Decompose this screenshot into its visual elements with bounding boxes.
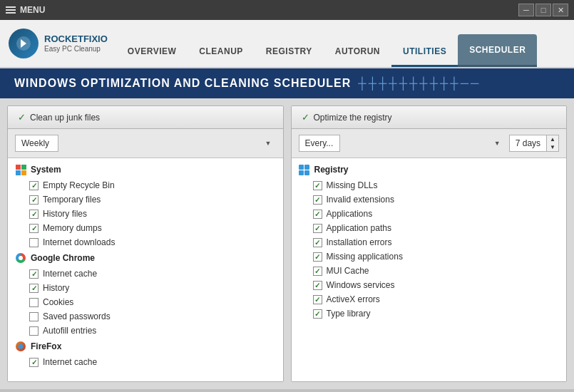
- list-item: Internet cache: [8, 267, 283, 281]
- checkbox-type-library[interactable]: [313, 309, 322, 319]
- category-system-label: System: [31, 165, 61, 175]
- list-item: Invalid extensions: [292, 192, 567, 207]
- checkbox-windows-services[interactable]: [313, 281, 322, 290]
- nav-bar: ROCKETFIXIO Easy PC Cleanup OVERVIEW CLE…: [0, 20, 574, 68]
- close-button[interactable]: ✕: [553, 4, 568, 16]
- checkbox-chrome-passwords[interactable]: [29, 312, 39, 321]
- list-item: Autofill entries: [8, 324, 283, 338]
- logo-area: ROCKETFIXIO Easy PC Cleanup: [0, 29, 116, 58]
- logo-main: ROCKETFIXIO: [44, 33, 108, 45]
- checkbox-chrome-cookies[interactable]: [29, 298, 39, 307]
- item-empty-recycle: Empty Recycle Bin: [43, 180, 115, 190]
- item-windows-services: Windows services: [327, 280, 395, 290]
- left-panel: ✓ Clean up junk files Daily Weekly Month…: [7, 105, 284, 382]
- item-missing-dlls: Missing DLLs: [327, 180, 378, 190]
- right-tab-label: Optimize the registry: [314, 113, 392, 123]
- checkbox-temp-files[interactable]: [29, 195, 39, 205]
- right-panel-tab[interactable]: ✓ Optimize the registry: [292, 106, 567, 129]
- checkbox-memory-dumps[interactable]: [29, 224, 39, 233]
- nav-cleanup[interactable]: CLEANUP: [188, 37, 255, 67]
- category-firefox-label: FireFox: [31, 341, 61, 351]
- minimize-button[interactable]: ─: [518, 4, 534, 16]
- item-installation-errors: Installation errors: [327, 237, 392, 247]
- checkbox-chrome-cache[interactable]: [29, 269, 39, 279]
- item-mui-cache: MUI Cache: [327, 266, 369, 276]
- windows-icon: [15, 164, 26, 175]
- left-tab-label: Clean up junk files: [30, 113, 100, 123]
- right-panel: ✓ Optimize the registry Every... Daily W…: [291, 105, 568, 382]
- menu-label[interactable]: MENU: [20, 5, 45, 15]
- checkbox-mui-cache[interactable]: [313, 267, 322, 276]
- item-application-paths: Application paths: [327, 223, 391, 233]
- list-item: Saved passwords: [8, 309, 283, 324]
- list-item: Applications: [292, 207, 567, 221]
- title-bar-left: MENU: [6, 5, 45, 15]
- checkbox-missing-apps[interactable]: [313, 252, 322, 262]
- list-item: Cookies: [8, 295, 283, 309]
- item-type-library: Type library: [327, 309, 371, 319]
- list-item: History: [8, 281, 283, 295]
- item-invalid-extensions: Invalid extensions: [327, 195, 394, 205]
- days-arrows: ▲ ▼: [546, 135, 558, 151]
- days-up-button[interactable]: ▲: [547, 135, 558, 143]
- checkbox-chrome-history[interactable]: [29, 284, 39, 293]
- checkbox-applications[interactable]: [313, 210, 322, 219]
- list-item: Missing DLLs: [292, 178, 567, 192]
- page-header: WINDOWS OPTIMIZATION AND CLEANING SCHEDU…: [0, 68, 574, 98]
- left-list-area: System Empty Recycle Bin Temporary files…: [8, 158, 283, 381]
- item-activex-errors: ActiveX errors: [327, 294, 380, 304]
- checkbox-invalid-extensions[interactable]: [313, 195, 322, 205]
- logo-sub: Easy PC Cleanup: [44, 45, 108, 53]
- item-chrome-cache: Internet cache: [43, 269, 97, 279]
- list-item: Installation errors: [292, 235, 567, 249]
- item-chrome-autofill: Autofill entries: [43, 326, 96, 336]
- right-dropdown-row: Every... Daily Weekly 7 days ▲ ▼: [292, 129, 567, 158]
- logo-text: ROCKETFIXIO Easy PC Cleanup: [44, 33, 108, 53]
- category-system: System: [8, 161, 283, 178]
- checkbox-installation-errors[interactable]: [313, 238, 322, 247]
- right-tab-check-icon: ✓: [302, 112, 309, 123]
- title-bar: MENU ─ □ ✕: [0, 0, 574, 20]
- menu-icon[interactable]: [6, 6, 16, 14]
- item-chrome-history: History: [43, 283, 69, 293]
- main-content: ✓ Clean up junk files Daily Weekly Month…: [0, 98, 574, 389]
- item-temp-files: Temporary files: [43, 195, 101, 205]
- category-chrome: Google Chrome: [8, 249, 283, 267]
- days-down-button[interactable]: ▼: [547, 143, 558, 151]
- checkbox-internet-downloads[interactable]: [29, 238, 39, 247]
- checkbox-application-paths[interactable]: [313, 224, 322, 233]
- nav-registry[interactable]: REGISTRY: [255, 37, 324, 67]
- nav-utilities[interactable]: UTILITIES: [391, 37, 458, 67]
- nav-overview[interactable]: OVERVIEW: [116, 37, 188, 67]
- list-item: Internet cache: [8, 355, 283, 369]
- item-history-files: History files: [43, 209, 87, 219]
- header-decoration: ┼┼┼┼┼┼┼┼┼┼──: [358, 77, 481, 90]
- list-item: Windows services: [292, 278, 567, 292]
- checkbox-firefox-cache[interactable]: [29, 358, 39, 367]
- chrome-icon: [15, 252, 26, 264]
- category-registry-label: Registry: [314, 165, 349, 175]
- nav-autorun[interactable]: AUTORUN: [324, 37, 391, 67]
- checkbox-activex-errors[interactable]: [313, 295, 322, 304]
- right-frequency-select[interactable]: Every... Daily Weekly: [299, 135, 340, 152]
- left-dropdown-row: Daily Weekly Monthly: [8, 129, 283, 158]
- days-value: 7 days: [510, 135, 546, 151]
- checkbox-missing-dlls[interactable]: [313, 181, 322, 190]
- logo-icon: [9, 29, 39, 58]
- checkbox-empty-recycle[interactable]: [29, 181, 39, 190]
- list-item: Type library: [292, 306, 567, 321]
- item-chrome-cookies: Cookies: [43, 297, 73, 307]
- nav-links: OVERVIEW CLEANUP REGISTRY AUTORUN UTILIT…: [116, 20, 574, 67]
- list-item: Application paths: [292, 221, 567, 235]
- list-item: Missing applications: [292, 249, 567, 264]
- checkbox-chrome-autofill[interactable]: [29, 326, 39, 336]
- list-item: Memory dumps: [8, 221, 283, 235]
- maximize-button[interactable]: □: [535, 4, 551, 16]
- checkbox-history-files[interactable]: [29, 210, 39, 219]
- nav-scheduler[interactable]: SCHEDULER: [458, 34, 537, 67]
- item-internet-downloads: Internet downloads: [43, 237, 115, 247]
- page-title: WINDOWS OPTIMIZATION AND CLEANING SCHEDU…: [14, 77, 351, 90]
- left-panel-tab[interactable]: ✓ Clean up junk files: [8, 106, 283, 129]
- left-frequency-select[interactable]: Daily Weekly Monthly: [15, 135, 58, 152]
- right-dropdown-wrapper: Every... Daily Weekly: [299, 135, 505, 152]
